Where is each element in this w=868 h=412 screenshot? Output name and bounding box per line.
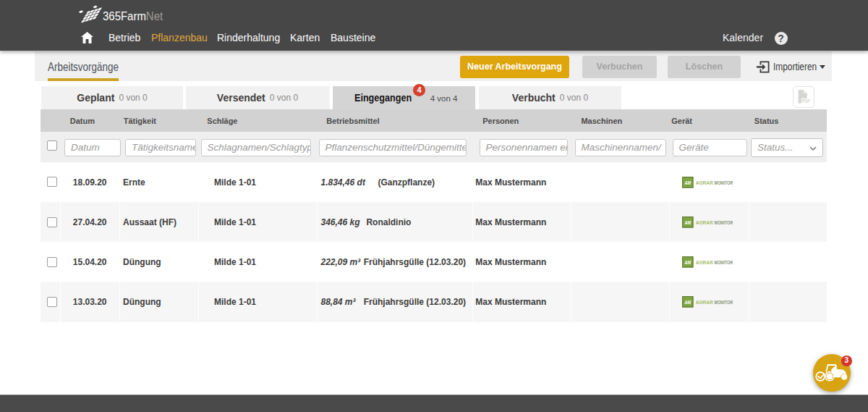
- svg-text:AM: AM: [684, 180, 692, 185]
- svg-text:AGRAR: AGRAR: [696, 259, 714, 266]
- svg-text:MONITOR: MONITOR: [714, 219, 733, 225]
- svg-text:MONITOR: MONITOR: [714, 179, 733, 185]
- svg-text:AGRAR: AGRAR: [696, 179, 714, 185]
- svg-text:MONITOR: MONITOR: [714, 259, 733, 266]
- svg-text:AM: AM: [684, 259, 692, 264]
- svg-text:AM: AM: [684, 219, 692, 224]
- svg-text:AGRAR: AGRAR: [696, 299, 714, 306]
- svg-text:AM: AM: [684, 300, 692, 305]
- svg-text:AGRAR: AGRAR: [696, 219, 714, 225]
- svg-text:MONITOR: MONITOR: [714, 299, 733, 306]
- svg-text:PDF: PDF: [801, 98, 810, 104]
